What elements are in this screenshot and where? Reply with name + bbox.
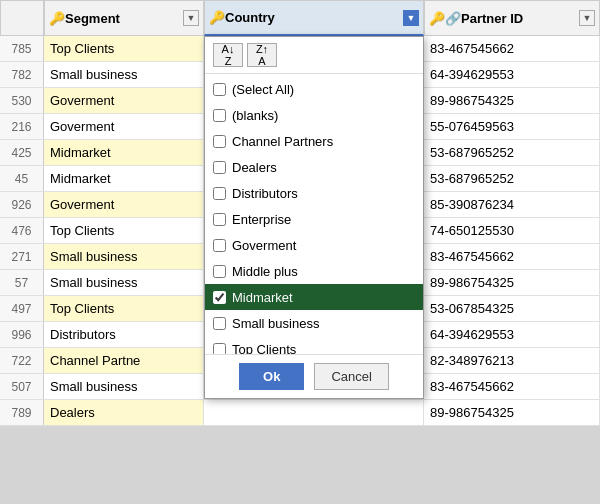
cell-partnerid: 53-687965252 <box>424 166 600 191</box>
filter-checkbox[interactable] <box>213 343 226 355</box>
filter-checkbox[interactable] <box>213 135 226 148</box>
row-number: 476 <box>0 218 44 243</box>
filter-checkbox[interactable] <box>213 265 226 278</box>
cell-segment: Small business <box>44 62 204 87</box>
row-number: 57 <box>0 270 44 295</box>
filter-item[interactable]: Midmarket <box>205 284 423 310</box>
row-number: 926 <box>0 192 44 217</box>
filter-btn-a[interactable]: ▼ <box>183 10 199 26</box>
cell-partnerid: 85-390876234 <box>424 192 600 217</box>
filter-item[interactable]: Goverment <box>205 232 423 258</box>
row-number: 507 <box>0 374 44 399</box>
filter-item[interactable]: Distributors <box>205 180 423 206</box>
cell-partnerid: 64-394629553 <box>424 62 600 87</box>
filter-btn-b[interactable]: ▼ <box>403 10 419 26</box>
row-num-header <box>0 0 44 36</box>
col-header-partnerid: 🔑🔗 Partner ID ▼ <box>424 0 600 36</box>
filter-item[interactable]: Middle plus <box>205 258 423 284</box>
spreadsheet: 🔑 Segment ▼ 🔑 Country ▼ 🔑🔗 Partner ID ▼ … <box>0 0 600 426</box>
sort-asc-btn[interactable]: A↓Z <box>213 43 243 67</box>
row-number: 789 <box>0 400 44 425</box>
key-icon-d: 🔑🔗 <box>429 11 461 26</box>
col-a-label: Segment <box>65 11 183 26</box>
cell-segment: Small business <box>44 244 204 269</box>
row-number: 425 <box>0 140 44 165</box>
cell-segment: Dealers <box>44 400 204 425</box>
cell-segment: Top Clients <box>44 36 204 61</box>
filter-item-label: Dealers <box>232 160 277 175</box>
cell-partnerid: 83-467545662 <box>424 244 600 269</box>
cancel-button[interactable]: Cancel <box>314 363 388 390</box>
filter-item-label: (blanks) <box>232 108 278 123</box>
filter-checkbox[interactable] <box>213 239 226 252</box>
col-header-segment: 🔑 Segment ▼ <box>44 0 204 36</box>
row-number: 996 <box>0 322 44 347</box>
row-number: 45 <box>0 166 44 191</box>
filter-checkbox[interactable] <box>213 83 226 96</box>
cell-partnerid: 89-986754325 <box>424 270 600 295</box>
filter-item-label: Enterprise <box>232 212 291 227</box>
cell-segment: Midmarket <box>44 166 204 191</box>
filter-item-label: Goverment <box>232 238 296 253</box>
cell-partnerid: 74-650125530 <box>424 218 600 243</box>
filter-checkbox[interactable] <box>213 317 226 330</box>
cell-segment: Small business <box>44 374 204 399</box>
filter-checkbox[interactable] <box>213 213 226 226</box>
cell-partnerid: 83-467545662 <box>424 374 600 399</box>
col-header-country: 🔑 Country ▼ <box>204 0 424 36</box>
sort-desc-btn[interactable]: Z↑A <box>247 43 277 67</box>
cell-segment: Goverment <box>44 88 204 113</box>
cell-segment: Distributors <box>44 322 204 347</box>
key-icon-b: 🔑 <box>209 10 225 25</box>
cell-partnerid: 55-076459563 <box>424 114 600 139</box>
filter-list[interactable]: (Select All)(blanks)Channel PartnersDeal… <box>205 74 423 354</box>
row-number: 722 <box>0 348 44 373</box>
filter-checkbox[interactable] <box>213 161 226 174</box>
filter-checkbox[interactable] <box>213 109 226 122</box>
cell-segment: Midmarket <box>44 140 204 165</box>
row-number: 216 <box>0 114 44 139</box>
filter-checkbox[interactable] <box>213 291 226 304</box>
sort-asc-icon: A↓Z <box>222 43 235 67</box>
cell-partnerid: 82-348976213 <box>424 348 600 373</box>
table-row: 789 Dealers 89-986754325 <box>0 400 600 426</box>
filter-item[interactable]: Small business <box>205 310 423 336</box>
filter-item-label: Top Clients <box>232 342 296 355</box>
header-row: 🔑 Segment ▼ 🔑 Country ▼ 🔑🔗 Partner ID ▼ <box>0 0 600 36</box>
cell-partnerid: 89-986754325 <box>424 400 600 425</box>
cell-partnerid: 83-467545662 <box>424 36 600 61</box>
cell-segment: Top Clients <box>44 296 204 321</box>
cell-segment: Goverment <box>44 114 204 139</box>
filter-item[interactable]: (Select All) <box>205 76 423 102</box>
filter-item-label: Midmarket <box>232 290 293 305</box>
filter-item-label: (Select All) <box>232 82 294 97</box>
cell-segment: Goverment <box>44 192 204 217</box>
filter-item-label: Distributors <box>232 186 298 201</box>
filter-item-label: Small business <box>232 316 319 331</box>
row-number: 497 <box>0 296 44 321</box>
filter-checkbox[interactable] <box>213 187 226 200</box>
filter-item[interactable]: Channel Partners <box>205 128 423 154</box>
filter-btn-d[interactable]: ▼ <box>579 10 595 26</box>
col-b-label: Country <box>225 10 403 25</box>
filter-item[interactable]: Dealers <box>205 154 423 180</box>
filter-item-label: Middle plus <box>232 264 298 279</box>
cell-segment: Top Clients <box>44 218 204 243</box>
row-number: 530 <box>0 88 44 113</box>
cell-country <box>204 400 424 425</box>
cell-partnerid: 89-986754325 <box>424 88 600 113</box>
col-d-label: Partner ID <box>461 11 579 26</box>
sort-desc-icon: Z↑A <box>256 43 268 67</box>
cell-partnerid: 64-394629553 <box>424 322 600 347</box>
key-icon-a: 🔑 <box>49 11 65 26</box>
cell-segment: Small business <box>44 270 204 295</box>
ok-button[interactable]: Ok <box>239 363 304 390</box>
filter-item[interactable]: Top Clients <box>205 336 423 354</box>
btn-row: Ok Cancel <box>205 354 423 398</box>
filter-dropdown[interactable]: A↓Z Z↑A (Select All)(blanks)Channel Part… <box>204 36 424 399</box>
filter-item-label: Channel Partners <box>232 134 333 149</box>
row-number: 785 <box>0 36 44 61</box>
filter-item[interactable]: (blanks) <box>205 102 423 128</box>
filter-item[interactable]: Enterprise <box>205 206 423 232</box>
row-number: 271 <box>0 244 44 269</box>
